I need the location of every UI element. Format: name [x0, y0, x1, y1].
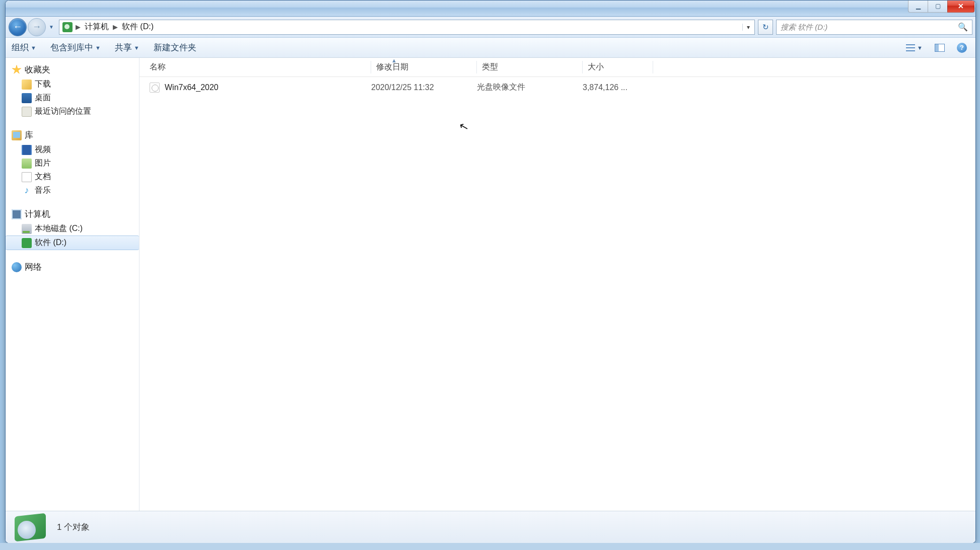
chevron-down-icon: ▼	[134, 45, 139, 51]
sidebar-item-label: 桌面	[35, 93, 51, 103]
drive-status-icon	[15, 515, 46, 540]
address-dropdown[interactable]: ▾	[742, 24, 753, 31]
chevron-down-icon: ▼	[95, 45, 101, 51]
star-icon	[12, 65, 22, 75]
computer-label: 计算机	[25, 208, 50, 220]
column-headers: ▲ 名称 修改日期 类型 大小	[139, 58, 975, 77]
sidebar-item-desktop[interactable]: 桌面	[6, 91, 139, 105]
search-icon: 🔍	[958, 22, 968, 32]
column-header-date[interactable]: 修改日期	[371, 61, 477, 73]
network-icon	[12, 262, 22, 272]
network-label: 网络	[25, 261, 42, 273]
view-mode-button[interactable]: ▼	[903, 43, 925, 53]
sidebar-item-disk-c[interactable]: 本地磁盘 (C:)	[6, 222, 139, 235]
preview-pane-button[interactable]	[932, 42, 947, 53]
file-row[interactable]: Win7x64_2020 2020/12/25 11:32 光盘映像文件 3,8…	[139, 80, 975, 95]
favorites-header[interactable]: 收藏夹	[6, 62, 139, 77]
library-icon	[12, 130, 22, 140]
arrow-right-icon: →	[32, 22, 41, 32]
window-controls: ▁ ▢ ✕	[908, 1, 974, 13]
forward-button[interactable]: →	[28, 18, 46, 36]
organize-menu[interactable]: 组织▼	[12, 42, 36, 53]
minimize-button[interactable]: ▁	[908, 1, 928, 13]
computer-header[interactable]: 计算机	[6, 206, 139, 222]
sidebar-item-label: 软件 (D:)	[35, 238, 66, 248]
folder-icon	[22, 80, 32, 90]
help-icon: ?	[957, 43, 967, 53]
navigation-pane: 收藏夹 下载 桌面 最近访问的位置 库 视频 图片 文档 ♪音乐 计算机 本地磁…	[6, 58, 139, 511]
desktop-background	[0, 543, 980, 550]
location-drive-icon	[62, 22, 73, 32]
close-button[interactable]: ✕	[947, 1, 974, 13]
toolbar-left: 组织▼ 包含到库中▼ 共享▼ 新建文件夹	[12, 42, 196, 53]
sidebar-item-videos[interactable]: 视频	[6, 143, 139, 156]
maximize-icon: ▢	[935, 3, 941, 10]
column-header-type[interactable]: 类型	[477, 61, 583, 73]
back-button[interactable]: ←	[9, 18, 27, 36]
list-view-icon	[906, 44, 915, 51]
file-name: Win7x64_2020	[165, 83, 219, 92]
sidebar-item-label: 本地磁盘 (C:)	[35, 223, 83, 234]
sidebar-item-recent[interactable]: 最近访问的位置	[6, 105, 139, 118]
file-date-cell: 2020/12/25 11:32	[371, 83, 477, 92]
recent-icon	[22, 107, 32, 117]
main-area: 收藏夹 下载 桌面 最近访问的位置 库 视频 图片 文档 ♪音乐 计算机 本地磁…	[6, 58, 975, 511]
file-type-cell: 光盘映像文件	[477, 82, 583, 93]
video-icon	[22, 145, 32, 155]
disk-icon	[22, 224, 32, 234]
sidebar-item-label: 最近访问的位置	[35, 106, 91, 117]
sidebar-item-label: 下载	[35, 79, 51, 90]
sidebar-item-label: 视频	[35, 144, 51, 155]
toolbar-right: ▼ ?	[903, 41, 969, 54]
iso-file-icon	[150, 83, 160, 93]
arrow-left-icon: ←	[13, 22, 22, 32]
libraries-label: 库	[25, 129, 33, 141]
breadcrumb-sep-icon: ▶	[75, 23, 82, 31]
newfolder-label: 新建文件夹	[154, 42, 196, 53]
network-group: 网络	[6, 259, 139, 275]
address-bar[interactable]: ▶ 计算机 ▶ 软件 (D:) ▾	[59, 20, 755, 35]
maximize-button[interactable]: ▢	[928, 1, 948, 13]
nav-buttons: ← → ▼	[9, 18, 56, 36]
preview-pane-icon	[935, 44, 945, 52]
sidebar-item-downloads[interactable]: 下载	[6, 77, 139, 91]
share-label: 共享	[115, 42, 132, 53]
include-label: 包含到库中	[50, 42, 93, 53]
new-folder-button[interactable]: 新建文件夹	[154, 42, 196, 53]
help-button[interactable]: ?	[954, 41, 969, 54]
sidebar-item-pictures[interactable]: 图片	[6, 156, 139, 170]
computer-group: 计算机 本地磁盘 (C:) 软件 (D:)	[6, 206, 139, 250]
desktop-icon	[22, 93, 32, 103]
breadcrumb-drive[interactable]: 软件 (D:)	[119, 22, 157, 32]
file-list-pane: ▲ 名称 修改日期 类型 大小 Win7x64_2020 2020/12/25 …	[139, 58, 975, 511]
refresh-button[interactable]: ↻	[758, 20, 773, 35]
music-icon: ♪	[22, 186, 32, 196]
status-bar: 1 个对象	[6, 511, 975, 543]
file-area[interactable]: Win7x64_2020 2020/12/25 11:32 光盘映像文件 3,8…	[139, 77, 975, 511]
nav-history-dropdown[interactable]: ▼	[47, 24, 56, 30]
sidebar-item-music[interactable]: ♪音乐	[6, 184, 139, 197]
organize-label: 组织	[12, 42, 29, 53]
breadcrumb-computer[interactable]: 计算机	[82, 22, 112, 32]
refresh-icon: ↻	[762, 23, 769, 32]
libraries-header[interactable]: 库	[6, 127, 139, 143]
chevron-down-icon: ▼	[917, 45, 923, 51]
cursor-icon: ↖	[458, 119, 470, 134]
chevron-down-icon: ▼	[31, 45, 36, 51]
picture-icon	[22, 159, 32, 169]
column-header-size[interactable]: 大小	[583, 61, 653, 73]
search-input[interactable]	[781, 23, 958, 31]
toolbar: 组织▼ 包含到库中▼ 共享▼ 新建文件夹 ▼ ?	[6, 38, 975, 58]
share-menu[interactable]: 共享▼	[115, 42, 139, 53]
include-library-menu[interactable]: 包含到库中▼	[50, 42, 101, 53]
column-header-name[interactable]: 名称	[139, 61, 371, 73]
sidebar-item-disk-d[interactable]: 软件 (D:)	[6, 235, 139, 250]
libraries-group: 库 视频 图片 文档 ♪音乐	[6, 127, 139, 197]
document-icon	[22, 172, 32, 182]
sidebar-item-documents[interactable]: 文档	[6, 170, 139, 184]
search-bar[interactable]: 🔍	[776, 20, 972, 35]
network-header[interactable]: 网络	[6, 259, 139, 275]
sidebar-item-label: 音乐	[35, 185, 51, 196]
breadcrumb-sep-icon: ▶	[112, 23, 119, 31]
titlebar: ▁ ▢ ✕	[6, 1, 975, 17]
